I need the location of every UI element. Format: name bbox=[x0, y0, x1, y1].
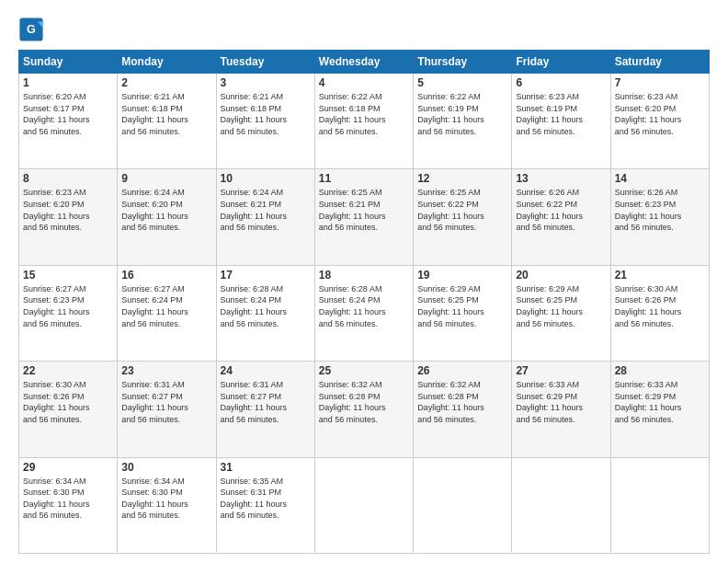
day-number: 7 bbox=[615, 76, 705, 89]
day-info: Sunrise: 6:20 AM Sunset: 6:17 PM Dayligh… bbox=[23, 91, 113, 137]
calendar-cell: 27 Sunrise: 6:33 AM Sunset: 6:29 PM Dayl… bbox=[512, 362, 610, 457]
day-info: Sunrise: 6:33 AM Sunset: 6:29 PM Dayligh… bbox=[516, 379, 606, 425]
calendar-cell: 20 Sunrise: 6:29 AM Sunset: 6:25 PM Dayl… bbox=[512, 265, 610, 361]
calendar-cell: 19 Sunrise: 6:29 AM Sunset: 6:25 PM Dayl… bbox=[414, 265, 512, 361]
day-info: Sunrise: 6:29 AM Sunset: 6:25 PM Dayligh… bbox=[417, 283, 507, 329]
calendar-header-saturday: Saturday bbox=[610, 51, 709, 74]
calendar-cell: 1 Sunrise: 6:20 AM Sunset: 6:17 PM Dayli… bbox=[19, 74, 118, 169]
calendar-cell: 18 Sunrise: 6:28 AM Sunset: 6:24 PM Dayl… bbox=[314, 265, 413, 361]
calendar-cell: 8 Sunrise: 6:23 AM Sunset: 6:20 PM Dayli… bbox=[19, 169, 118, 265]
calendar-cell: 24 Sunrise: 6:31 AM Sunset: 6:27 PM Dayl… bbox=[216, 362, 314, 457]
day-number: 11 bbox=[319, 172, 409, 185]
calendar-cell: 31 Sunrise: 6:35 AM Sunset: 6:31 PM Dayl… bbox=[216, 457, 314, 553]
day-info: Sunrise: 6:32 AM Sunset: 6:28 PM Dayligh… bbox=[319, 379, 409, 425]
day-number: 26 bbox=[417, 364, 507, 377]
day-number: 23 bbox=[121, 364, 211, 377]
calendar-cell: 23 Sunrise: 6:31 AM Sunset: 6:27 PM Dayl… bbox=[118, 362, 216, 457]
calendar-table: SundayMondayTuesdayWednesdayThursdayFrid… bbox=[18, 50, 710, 554]
day-number: 13 bbox=[516, 172, 606, 185]
day-info: Sunrise: 6:33 AM Sunset: 6:29 PM Dayligh… bbox=[615, 379, 705, 425]
day-info: Sunrise: 6:24 AM Sunset: 6:21 PM Dayligh… bbox=[221, 187, 311, 233]
day-number: 22 bbox=[23, 364, 113, 377]
day-info: Sunrise: 6:30 AM Sunset: 6:26 PM Dayligh… bbox=[615, 283, 705, 329]
day-number: 4 bbox=[319, 76, 409, 89]
day-number: 2 bbox=[121, 76, 211, 89]
day-number: 27 bbox=[516, 364, 606, 377]
day-info: Sunrise: 6:26 AM Sunset: 6:22 PM Dayligh… bbox=[516, 187, 606, 233]
day-number: 14 bbox=[615, 172, 705, 185]
day-info: Sunrise: 6:35 AM Sunset: 6:31 PM Dayligh… bbox=[221, 476, 311, 522]
calendar-cell: 15 Sunrise: 6:27 AM Sunset: 6:23 PM Dayl… bbox=[19, 265, 118, 361]
calendar-cell: 4 Sunrise: 6:22 AM Sunset: 6:18 PM Dayli… bbox=[314, 74, 413, 169]
calendar-header-sunday: Sunday bbox=[19, 51, 118, 74]
day-info: Sunrise: 6:29 AM Sunset: 6:25 PM Dayligh… bbox=[516, 283, 606, 329]
day-number: 17 bbox=[221, 269, 311, 282]
calendar-week-4: 22 Sunrise: 6:30 AM Sunset: 6:26 PM Dayl… bbox=[19, 362, 710, 457]
day-number: 25 bbox=[319, 364, 409, 377]
day-number: 3 bbox=[221, 76, 311, 89]
day-number: 12 bbox=[417, 172, 507, 185]
day-number: 28 bbox=[615, 364, 705, 377]
day-number: 16 bbox=[121, 269, 211, 282]
day-number: 6 bbox=[516, 76, 606, 89]
calendar-cell: 9 Sunrise: 6:24 AM Sunset: 6:20 PM Dayli… bbox=[118, 169, 216, 265]
day-number: 9 bbox=[121, 172, 211, 185]
day-number: 5 bbox=[417, 76, 507, 89]
calendar-cell: 28 Sunrise: 6:33 AM Sunset: 6:29 PM Dayl… bbox=[610, 362, 709, 457]
day-info: Sunrise: 6:31 AM Sunset: 6:27 PM Dayligh… bbox=[121, 379, 211, 425]
day-number: 30 bbox=[121, 461, 211, 474]
day-info: Sunrise: 6:28 AM Sunset: 6:24 PM Dayligh… bbox=[221, 283, 311, 329]
day-number: 8 bbox=[23, 172, 113, 185]
day-info: Sunrise: 6:30 AM Sunset: 6:26 PM Dayligh… bbox=[23, 379, 113, 425]
day-number: 1 bbox=[23, 76, 113, 89]
calendar-cell: 11 Sunrise: 6:25 AM Sunset: 6:21 PM Dayl… bbox=[314, 169, 413, 265]
calendar-cell: 21 Sunrise: 6:30 AM Sunset: 6:26 PM Dayl… bbox=[610, 265, 709, 361]
calendar-week-3: 15 Sunrise: 6:27 AM Sunset: 6:23 PM Dayl… bbox=[19, 265, 710, 361]
calendar-cell: 17 Sunrise: 6:28 AM Sunset: 6:24 PM Dayl… bbox=[216, 265, 314, 361]
calendar-cell: 5 Sunrise: 6:22 AM Sunset: 6:19 PM Dayli… bbox=[414, 74, 512, 169]
calendar-header-row: SundayMondayTuesdayWednesdayThursdayFrid… bbox=[19, 51, 710, 74]
day-info: Sunrise: 6:21 AM Sunset: 6:18 PM Dayligh… bbox=[121, 91, 211, 137]
header: G bbox=[18, 17, 710, 42]
calendar-header-wednesday: Wednesday bbox=[314, 51, 413, 74]
calendar-cell bbox=[414, 457, 512, 553]
calendar-cell: 16 Sunrise: 6:27 AM Sunset: 6:24 PM Dayl… bbox=[118, 265, 216, 361]
day-info: Sunrise: 6:23 AM Sunset: 6:20 PM Dayligh… bbox=[23, 187, 113, 233]
day-number: 21 bbox=[615, 269, 705, 282]
day-number: 15 bbox=[23, 269, 113, 282]
day-info: Sunrise: 6:25 AM Sunset: 6:21 PM Dayligh… bbox=[319, 187, 409, 233]
calendar-cell: 25 Sunrise: 6:32 AM Sunset: 6:28 PM Dayl… bbox=[314, 362, 413, 457]
day-info: Sunrise: 6:27 AM Sunset: 6:23 PM Dayligh… bbox=[23, 283, 113, 329]
calendar-cell: 2 Sunrise: 6:21 AM Sunset: 6:18 PM Dayli… bbox=[118, 74, 216, 169]
calendar-cell: 29 Sunrise: 6:34 AM Sunset: 6:30 PM Dayl… bbox=[19, 457, 118, 553]
day-number: 29 bbox=[23, 461, 113, 474]
calendar-cell bbox=[610, 457, 709, 553]
day-info: Sunrise: 6:28 AM Sunset: 6:24 PM Dayligh… bbox=[319, 283, 409, 329]
calendar-cell: 6 Sunrise: 6:23 AM Sunset: 6:19 PM Dayli… bbox=[512, 74, 610, 169]
calendar-cell: 12 Sunrise: 6:25 AM Sunset: 6:22 PM Dayl… bbox=[414, 169, 512, 265]
svg-text:G: G bbox=[27, 23, 36, 36]
day-number: 18 bbox=[319, 269, 409, 282]
calendar-header-tuesday: Tuesday bbox=[216, 51, 314, 74]
calendar-cell: 10 Sunrise: 6:24 AM Sunset: 6:21 PM Dayl… bbox=[216, 169, 314, 265]
day-info: Sunrise: 6:34 AM Sunset: 6:30 PM Dayligh… bbox=[23, 476, 113, 522]
day-info: Sunrise: 6:34 AM Sunset: 6:30 PM Dayligh… bbox=[121, 476, 211, 522]
day-info: Sunrise: 6:23 AM Sunset: 6:19 PM Dayligh… bbox=[516, 91, 606, 137]
calendar-cell: 7 Sunrise: 6:23 AM Sunset: 6:20 PM Dayli… bbox=[610, 74, 709, 169]
calendar-week-5: 29 Sunrise: 6:34 AM Sunset: 6:30 PM Dayl… bbox=[19, 457, 710, 553]
day-number: 24 bbox=[221, 364, 311, 377]
day-info: Sunrise: 6:27 AM Sunset: 6:24 PM Dayligh… bbox=[121, 283, 211, 329]
day-info: Sunrise: 6:31 AM Sunset: 6:27 PM Dayligh… bbox=[221, 379, 311, 425]
calendar-week-1: 1 Sunrise: 6:20 AM Sunset: 6:17 PM Dayli… bbox=[19, 74, 710, 169]
day-info: Sunrise: 6:32 AM Sunset: 6:28 PM Dayligh… bbox=[417, 379, 507, 425]
day-info: Sunrise: 6:22 AM Sunset: 6:18 PM Dayligh… bbox=[319, 91, 409, 137]
calendar-cell: 3 Sunrise: 6:21 AM Sunset: 6:18 PM Dayli… bbox=[216, 74, 314, 169]
calendar-header-thursday: Thursday bbox=[414, 51, 512, 74]
calendar-header-friday: Friday bbox=[512, 51, 610, 74]
day-number: 20 bbox=[516, 269, 606, 282]
calendar-week-2: 8 Sunrise: 6:23 AM Sunset: 6:20 PM Dayli… bbox=[19, 169, 710, 265]
calendar-cell bbox=[314, 457, 413, 553]
day-number: 31 bbox=[221, 461, 311, 474]
day-info: Sunrise: 6:26 AM Sunset: 6:23 PM Dayligh… bbox=[615, 187, 705, 233]
logo: G bbox=[18, 17, 48, 42]
